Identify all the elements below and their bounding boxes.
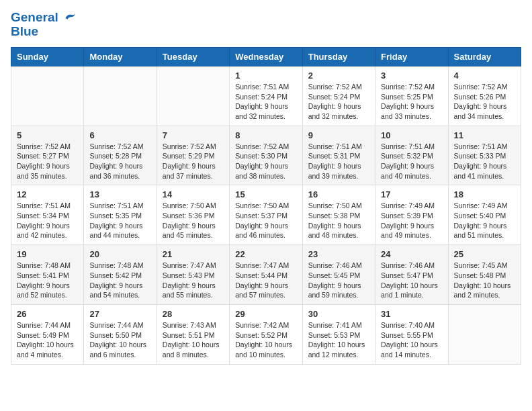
weekday-header-friday: Friday [375,47,448,66]
calendar-cell: 4Sunrise: 7:52 AMSunset: 5:26 PMDaylight… [448,66,521,126]
weekday-header-sunday: Sunday [11,47,84,66]
day-number: 24 [381,249,442,259]
day-number: 23 [308,249,369,259]
day-number: 8 [235,130,296,140]
day-number: 1 [235,71,296,81]
calendar-cell: 9Sunrise: 7:51 AMSunset: 5:31 PMDaylight… [302,126,375,185]
day-number: 22 [235,249,296,259]
day-number: 15 [235,189,296,199]
day-info: Sunrise: 7:47 AMSunset: 5:44 PMDaylight:… [235,261,296,300]
logo-text: General [11,11,77,25]
calendar-cell: 31Sunrise: 7:40 AMSunset: 5:55 PMDayligh… [375,304,448,364]
day-info: Sunrise: 7:52 AMSunset: 5:26 PMDaylight:… [454,82,515,122]
calendar-cell: 22Sunrise: 7:47 AMSunset: 5:44 PMDayligh… [230,245,302,305]
day-number: 26 [17,309,78,319]
day-info: Sunrise: 7:43 AMSunset: 5:51 PMDaylight:… [163,320,224,360]
day-number: 10 [381,130,442,140]
calendar-week-5: 26Sunrise: 7:44 AMSunset: 5:49 PMDayligh… [11,304,521,364]
day-info: Sunrise: 7:48 AMSunset: 5:41 PMDaylight:… [17,261,78,300]
day-info: Sunrise: 7:50 AMSunset: 5:37 PMDaylight:… [235,201,296,240]
page-header: General Blue [11,11,521,39]
calendar-cell [157,66,229,126]
calendar-cell: 17Sunrise: 7:49 AMSunset: 5:39 PMDayligh… [375,185,448,245]
calendar-cell: 14Sunrise: 7:50 AMSunset: 5:36 PMDayligh… [157,185,229,245]
day-info: Sunrise: 7:41 AMSunset: 5:53 PMDaylight:… [308,320,369,360]
logo-bird-icon [63,11,77,25]
calendar-cell: 24Sunrise: 7:46 AMSunset: 5:47 PMDayligh… [375,245,448,305]
day-info: Sunrise: 7:52 AMSunset: 5:30 PMDaylight:… [235,142,296,181]
calendar-cell: 27Sunrise: 7:44 AMSunset: 5:50 PMDayligh… [84,304,157,364]
day-number: 16 [308,189,369,199]
day-info: Sunrise: 7:40 AMSunset: 5:55 PMDaylight:… [381,320,442,360]
day-info: Sunrise: 7:48 AMSunset: 5:42 PMDaylight:… [89,261,150,300]
day-info: Sunrise: 7:44 AMSunset: 5:49 PMDaylight:… [17,320,78,360]
calendar-cell: 11Sunrise: 7:51 AMSunset: 5:33 PMDayligh… [448,126,521,185]
day-info: Sunrise: 7:44 AMSunset: 5:50 PMDaylight:… [89,320,150,360]
day-info: Sunrise: 7:52 AMSunset: 5:25 PMDaylight:… [381,82,442,122]
logo-blue: Blue [11,25,77,39]
day-number: 28 [163,309,224,319]
day-number: 25 [454,249,515,259]
day-number: 29 [235,309,296,319]
day-info: Sunrise: 7:46 AMSunset: 5:47 PMDaylight:… [381,261,442,300]
day-number: 14 [163,189,224,199]
calendar-cell: 16Sunrise: 7:50 AMSunset: 5:38 PMDayligh… [302,185,375,245]
day-number: 5 [17,130,78,140]
calendar-cell [11,66,84,126]
day-number: 31 [381,309,442,319]
calendar-cell: 12Sunrise: 7:51 AMSunset: 5:34 PMDayligh… [11,185,84,245]
calendar-cell: 21Sunrise: 7:47 AMSunset: 5:43 PMDayligh… [157,245,229,305]
calendar-cell: 19Sunrise: 7:48 AMSunset: 5:41 PMDayligh… [11,245,84,305]
calendar-cell: 29Sunrise: 7:42 AMSunset: 5:52 PMDayligh… [230,304,302,364]
day-info: Sunrise: 7:51 AMSunset: 5:35 PMDaylight:… [89,201,150,240]
day-number: 17 [381,189,442,199]
calendar-cell: 1Sunrise: 7:51 AMSunset: 5:24 PMDaylight… [230,66,302,126]
calendar-cell: 25Sunrise: 7:45 AMSunset: 5:48 PMDayligh… [448,245,521,305]
day-number: 21 [163,249,224,259]
weekday-header-saturday: Saturday [448,47,521,66]
day-number: 19 [17,249,78,259]
weekday-header-monday: Monday [84,47,157,66]
calendar-cell: 2Sunrise: 7:52 AMSunset: 5:24 PMDaylight… [302,66,375,126]
calendar-cell: 6Sunrise: 7:52 AMSunset: 5:28 PMDaylight… [84,126,157,185]
calendar-cell: 7Sunrise: 7:52 AMSunset: 5:29 PMDaylight… [157,126,229,185]
calendar-cell: 26Sunrise: 7:44 AMSunset: 5:49 PMDayligh… [11,304,84,364]
day-info: Sunrise: 7:51 AMSunset: 5:33 PMDaylight:… [454,142,515,181]
calendar-week-2: 5Sunrise: 7:52 AMSunset: 5:27 PMDaylight… [11,126,521,185]
day-number: 9 [308,130,369,140]
day-info: Sunrise: 7:52 AMSunset: 5:28 PMDaylight:… [89,142,150,181]
day-number: 3 [381,71,442,81]
day-number: 2 [308,71,369,81]
day-number: 27 [89,309,150,319]
calendar-cell: 23Sunrise: 7:46 AMSunset: 5:45 PMDayligh… [302,245,375,305]
day-number: 4 [454,71,515,81]
calendar-table: SundayMondayTuesdayWednesdayThursdayFrid… [11,47,521,365]
day-info: Sunrise: 7:51 AMSunset: 5:32 PMDaylight:… [381,142,442,181]
weekday-header-thursday: Thursday [302,47,375,66]
calendar-cell [84,66,157,126]
calendar-cell: 18Sunrise: 7:49 AMSunset: 5:40 PMDayligh… [448,185,521,245]
calendar-cell: 28Sunrise: 7:43 AMSunset: 5:51 PMDayligh… [157,304,229,364]
day-info: Sunrise: 7:45 AMSunset: 5:48 PMDaylight:… [454,261,515,300]
calendar-week-1: 1Sunrise: 7:51 AMSunset: 5:24 PMDaylight… [11,66,521,126]
day-info: Sunrise: 7:50 AMSunset: 5:38 PMDaylight:… [308,201,369,240]
weekday-header-tuesday: Tuesday [157,47,229,66]
day-info: Sunrise: 7:52 AMSunset: 5:29 PMDaylight:… [163,142,224,181]
day-info: Sunrise: 7:52 AMSunset: 5:27 PMDaylight:… [17,142,78,181]
day-info: Sunrise: 7:46 AMSunset: 5:45 PMDaylight:… [308,261,369,300]
day-info: Sunrise: 7:52 AMSunset: 5:24 PMDaylight:… [308,82,369,122]
weekday-header-wednesday: Wednesday [230,47,302,66]
calendar-cell: 3Sunrise: 7:52 AMSunset: 5:25 PMDaylight… [375,66,448,126]
logo-general: General [11,10,58,24]
day-number: 6 [89,130,150,140]
day-number: 11 [454,130,515,140]
day-info: Sunrise: 7:49 AMSunset: 5:40 PMDaylight:… [454,201,515,240]
day-info: Sunrise: 7:42 AMSunset: 5:52 PMDaylight:… [235,320,296,360]
calendar-cell: 13Sunrise: 7:51 AMSunset: 5:35 PMDayligh… [84,185,157,245]
calendar-cell: 15Sunrise: 7:50 AMSunset: 5:37 PMDayligh… [230,185,302,245]
day-info: Sunrise: 7:51 AMSunset: 5:24 PMDaylight:… [235,82,296,122]
day-number: 13 [89,189,150,199]
logo: General Blue [11,11,77,39]
day-number: 20 [89,249,150,259]
day-info: Sunrise: 7:47 AMSunset: 5:43 PMDaylight:… [163,261,224,300]
